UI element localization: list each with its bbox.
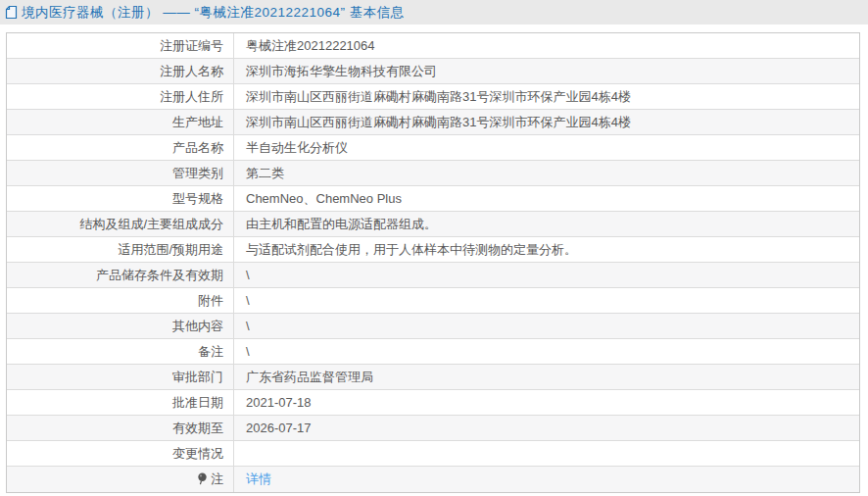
table-row: 审批部门广东省药品监督管理局 <box>7 365 859 390</box>
row-value-cell <box>234 441 859 466</box>
table-row: 批准日期2021-07-18 <box>7 390 859 416</box>
row-value: 广东省药品监督管理局 <box>246 369 373 386</box>
row-value-cell: 2026-07-17 <box>234 416 859 440</box>
row-value-cell: \ <box>234 314 859 338</box>
row-value: 深圳市海拓华擎生物科技有限公司 <box>246 63 437 80</box>
row-label-cell: 有效期至 <box>7 416 234 440</box>
table-row: 管理类别第二类 <box>7 161 859 186</box>
table-row: 备注\ <box>7 339 859 365</box>
row-value-cell: ChemNeo、ChemNeo Plus <box>234 186 859 211</box>
row-label: 注 <box>211 471 223 488</box>
note-balloon-icon <box>197 472 208 486</box>
row-label: 结构及组成/主要组成成分 <box>79 216 223 233</box>
row-label: 型号规格 <box>172 190 223 208</box>
table-row: 注册人名称深圳市海拓华擎生物科技有限公司 <box>7 59 859 84</box>
table-row: 注册人住所深圳市南山区西丽街道麻磡村麻磡南路31号深圳市环保产业园4栋4楼 <box>7 84 859 110</box>
row-value-cell: \ <box>234 288 859 313</box>
table-row: 生产地址深圳市南山区西丽街道麻磡村麻磡南路31号深圳市环保产业园4栋4楼 <box>7 110 859 135</box>
document-icon <box>5 5 18 20</box>
table-row: 适用范围/预期用途与适配试剂配合使用，用于人体样本中待测物的定量分析。 <box>7 237 859 263</box>
row-label: 产品名称 <box>172 139 223 157</box>
row-value: 深圳市南山区西丽街道麻磡村麻磡南路31号深圳市环保产业园4栋4楼 <box>246 88 631 106</box>
page-title: 境内医疗器械（注册） —— “粤械注准20212221064” 基本信息 <box>22 4 405 22</box>
table-row: 产品名称半自动生化分析仪 <box>7 135 859 161</box>
table-row: 变更情况 <box>7 441 859 467</box>
row-label-cell: 注册证编号 <box>7 33 234 58</box>
row-label: 其他内容 <box>172 318 223 335</box>
row-label-cell: 管理类别 <box>7 161 234 185</box>
row-value-cell: 详情 <box>234 467 859 492</box>
table-row: 有效期至2026-07-17 <box>7 416 859 441</box>
row-value-cell: 与适配试剂配合使用，用于人体样本中待测物的定量分析。 <box>234 237 859 262</box>
row-value: 半自动生化分析仪 <box>246 139 348 157</box>
row-value: \ <box>246 319 250 333</box>
row-value-cell: 由主机和配置的电源适配器组成。 <box>234 212 859 236</box>
row-label-cell: 其他内容 <box>7 314 234 338</box>
row-value-cell: 深圳市海拓华擎生物科技有限公司 <box>234 59 859 83</box>
row-value: 第二类 <box>246 165 284 182</box>
row-label: 生产地址 <box>172 114 223 131</box>
row-value-cell: 深圳市南山区西丽街道麻磡村麻磡南路31号深圳市环保产业园4栋4楼 <box>234 84 859 109</box>
row-label-cell: 产品储存条件及有效期 <box>7 263 234 287</box>
row-label: 注册人名称 <box>160 63 223 80</box>
row-value: \ <box>246 293 250 308</box>
row-label: 适用范围/预期用途 <box>118 241 223 259</box>
row-label-cell: 适用范围/预期用途 <box>7 237 234 262</box>
row-label-cell: 注册人名称 <box>7 59 234 83</box>
row-value: 深圳市南山区西丽街道麻磡村麻磡南路31号深圳市环保产业园4栋4楼 <box>246 114 631 131</box>
row-label-cell: 审批部门 <box>7 365 234 389</box>
row-value-cell: 粤械注准20212221064 <box>234 33 859 58</box>
row-value-cell: \ <box>234 339 859 364</box>
table-row: 其他内容\ <box>7 314 859 339</box>
row-label-cell: 产品名称 <box>7 135 234 160</box>
row-value-cell: 第二类 <box>234 161 859 185</box>
row-label-cell: 备注 <box>7 339 234 364</box>
row-label: 注册人住所 <box>160 88 223 106</box>
row-label: 注册证编号 <box>160 37 223 55</box>
detail-link[interactable]: 详情 <box>246 471 271 488</box>
row-value-cell: \ <box>234 263 859 287</box>
registration-info-table: 注册证编号粤械注准20212221064注册人名称深圳市海拓华擎生物科技有限公司… <box>6 32 860 493</box>
row-label: 产品储存条件及有效期 <box>96 267 223 284</box>
row-label-cell: 附件 <box>7 288 234 313</box>
row-value: 2026-07-17 <box>246 421 312 435</box>
row-value-cell: 2021-07-18 <box>234 390 859 415</box>
row-label-cell: 注 <box>7 467 234 492</box>
page-header: 境内医疗器械（注册） —— “粤械注准20212221064” 基本信息 <box>0 0 868 25</box>
row-value: 2021-07-18 <box>246 395 312 410</box>
row-value: 粤械注准20212221064 <box>246 37 375 55</box>
row-value: \ <box>246 268 250 282</box>
table-row: 附件\ <box>7 288 859 314</box>
row-value: ChemNeo、ChemNeo Plus <box>246 190 402 208</box>
table-row: 注详情 <box>7 467 859 492</box>
row-value-cell: 深圳市南山区西丽街道麻磡村麻磡南路31号深圳市环保产业园4栋4楼 <box>234 110 859 134</box>
table-row: 结构及组成/主要组成成分由主机和配置的电源适配器组成。 <box>7 212 859 237</box>
table-row: 型号规格ChemNeo、ChemNeo Plus <box>7 186 859 212</box>
row-label-cell: 批准日期 <box>7 390 234 415</box>
row-value: \ <box>246 344 250 359</box>
row-label: 审批部门 <box>172 369 223 386</box>
row-label: 备注 <box>198 343 223 361</box>
row-label-cell: 注册人住所 <box>7 84 234 109</box>
row-label: 附件 <box>198 292 223 310</box>
row-value: 由主机和配置的电源适配器组成。 <box>246 216 437 233</box>
row-label: 批准日期 <box>172 394 223 412</box>
row-value-cell: 广东省药品监督管理局 <box>234 365 859 389</box>
row-label: 管理类别 <box>172 165 223 182</box>
row-label-cell: 生产地址 <box>7 110 234 134</box>
table-row: 产品储存条件及有效期\ <box>7 263 859 288</box>
row-label: 有效期至 <box>172 420 223 437</box>
row-label: 变更情况 <box>172 445 223 463</box>
row-value-cell: 半自动生化分析仪 <box>234 135 859 160</box>
table-row: 注册证编号粤械注准20212221064 <box>7 33 859 59</box>
row-value: 与适配试剂配合使用，用于人体样本中待测物的定量分析。 <box>246 241 577 259</box>
row-label-cell: 型号规格 <box>7 186 234 211</box>
row-label-cell: 变更情况 <box>7 441 234 466</box>
row-label-cell: 结构及组成/主要组成成分 <box>7 212 234 236</box>
